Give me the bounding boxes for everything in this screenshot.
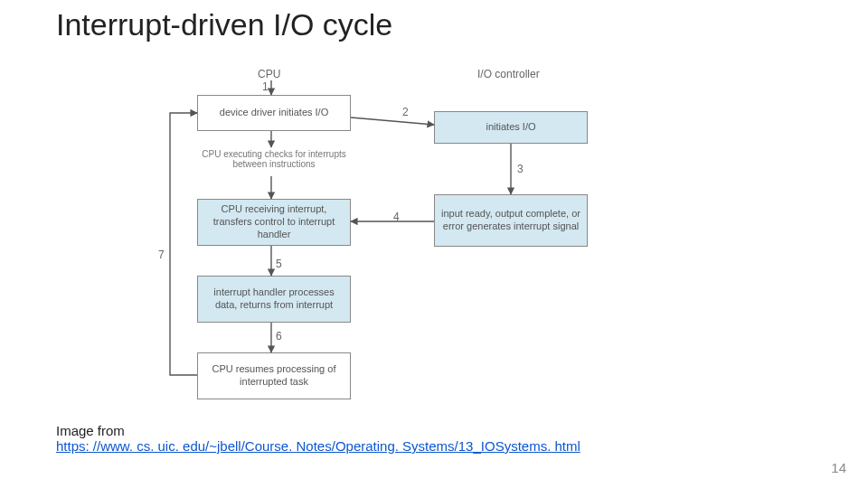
credit-link[interactable]: https: //www. cs. uic. edu/~jbell/Course… [56, 438, 580, 454]
credit-prefix: Image from [56, 423, 125, 438]
io-cycle-diagram: CPU I/O controller 1 2 3 4 5 6 7 device … [154, 68, 651, 434]
diagram-arrows [154, 68, 651, 434]
slide-title: Interrupt-driven I/O cycle [56, 7, 392, 42]
image-credit: Image from https: //www. cs. uic. edu/~j… [56, 423, 580, 454]
slide: Interrupt-driven I/O cycle CPU I/O contr… [0, 0, 868, 488]
svg-line-1 [351, 117, 434, 125]
page-number: 14 [831, 460, 846, 475]
